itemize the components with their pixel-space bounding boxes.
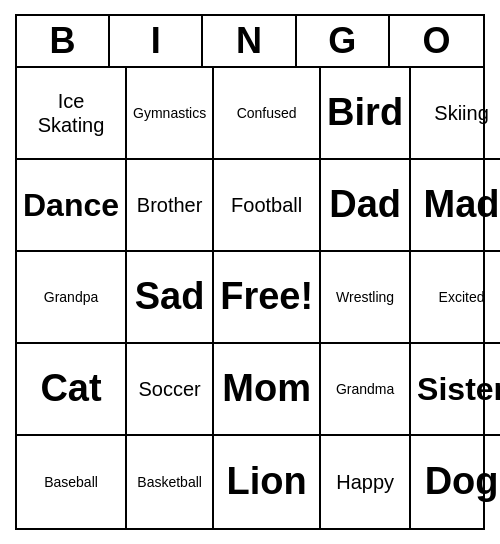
cell-text: Baseball [44, 474, 98, 491]
bingo-cell[interactable]: Wrestling [321, 252, 411, 344]
bingo-cell[interactable]: Gymnastics [127, 68, 214, 160]
cell-text: Free! [220, 274, 313, 320]
bingo-cell[interactable]: Bird [321, 68, 411, 160]
bingo-cell[interactable]: Sister [411, 344, 500, 436]
cell-text: Dad [329, 182, 401, 228]
cell-text: Bird [327, 90, 403, 136]
bingo-cell[interactable]: Sad [127, 252, 214, 344]
cell-text: Football [231, 193, 302, 217]
cell-text: Cat [40, 366, 101, 412]
cell-text: Confused [237, 105, 297, 122]
bingo-grid: Ice SkatingGymnasticsConfusedBirdSkiingD… [17, 68, 483, 528]
cell-text: Mom [222, 366, 311, 412]
bingo-cell[interactable]: Brother [127, 160, 214, 252]
cell-text: Skiing [434, 101, 488, 125]
bingo-card: BINGO Ice SkatingGymnasticsConfusedBirdS… [15, 14, 485, 530]
bingo-cell[interactable]: Confused [214, 68, 321, 160]
cell-text: Brother [137, 193, 203, 217]
bingo-cell[interactable]: Baseball [17, 436, 127, 528]
cell-text: Ice Skating [23, 89, 119, 137]
cell-text: Soccer [138, 377, 200, 401]
cell-text: Lion [227, 459, 307, 505]
header-letter: I [110, 16, 203, 66]
bingo-cell[interactable]: Skiing [411, 68, 500, 160]
cell-text: Gymnastics [133, 105, 206, 122]
cell-text: Excited [439, 289, 485, 306]
bingo-cell[interactable]: Dad [321, 160, 411, 252]
bingo-cell[interactable]: Grandma [321, 344, 411, 436]
bingo-cell[interactable]: Mad [411, 160, 500, 252]
bingo-cell[interactable]: Grandpa [17, 252, 127, 344]
bingo-cell[interactable]: Football [214, 160, 321, 252]
cell-text: Dog [425, 459, 499, 505]
header-letter: N [203, 16, 296, 66]
bingo-cell[interactable]: Basketball [127, 436, 214, 528]
bingo-cell[interactable]: Dance [17, 160, 127, 252]
cell-text: Grandpa [44, 289, 98, 306]
cell-text: Grandma [336, 381, 394, 398]
cell-text: Wrestling [336, 289, 394, 306]
bingo-cell[interactable]: Happy [321, 436, 411, 528]
bingo-cell[interactable]: Free! [214, 252, 321, 344]
cell-text: Happy [336, 470, 394, 494]
cell-text: Sister [417, 370, 500, 408]
header-letter: G [297, 16, 390, 66]
bingo-cell[interactable]: Mom [214, 344, 321, 436]
bingo-cell[interactable]: Dog [411, 436, 500, 528]
header-letter: O [390, 16, 483, 66]
bingo-cell[interactable]: Excited [411, 252, 500, 344]
bingo-cell[interactable]: Soccer [127, 344, 214, 436]
bingo-header: BINGO [17, 16, 483, 68]
bingo-cell[interactable]: Ice Skating [17, 68, 127, 160]
cell-text: Dance [23, 186, 119, 224]
header-letter: B [17, 16, 110, 66]
cell-text: Mad [424, 182, 500, 228]
cell-text: Sad [135, 274, 205, 320]
bingo-cell[interactable]: Lion [214, 436, 321, 528]
bingo-cell[interactable]: Cat [17, 344, 127, 436]
cell-text: Basketball [137, 474, 202, 491]
